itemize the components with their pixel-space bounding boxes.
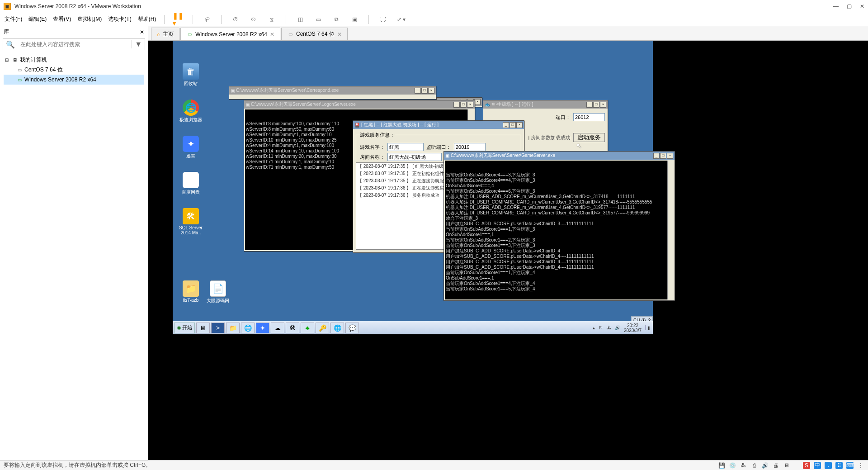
taskbar-xunlei-button[interactable]: ✦	[256, 323, 269, 333]
tab-close-button[interactable]: ✕	[270, 31, 274, 38]
close-button[interactable]: ✕	[860, 3, 864, 9]
minimize-button[interactable]: _	[453, 102, 460, 108]
desktop-icon-source[interactable]: 📄 大眼源码网	[204, 280, 231, 304]
tray-network-icon[interactable]: 🖧	[607, 325, 611, 330]
tray-expand-button[interactable]: ▴	[593, 325, 595, 330]
send-button[interactable]: ⮳	[201, 14, 213, 25]
search-input[interactable]	[18, 41, 132, 47]
window-titlebar[interactable]: ▣ C:\wwwww\永利无毒Server\Server\Correspond.…	[229, 86, 436, 95]
room-input[interactable]	[387, 153, 442, 161]
menu-vm[interactable]: 虚拟机(M)	[77, 15, 102, 23]
tree-item-winserver[interactable]: ▭ Windows Server 2008 R2 x64	[4, 75, 144, 85]
window-correspond[interactable]: ▣ C:\wwwww\永利无毒Server\Server\Correspond.…	[229, 86, 436, 100]
taskbar-explorer-button[interactable]: 🖥	[196, 323, 210, 333]
taskbar-sql-button[interactable]: 🛠	[286, 323, 299, 333]
guest-desktop[interactable]: 🗑 回收站 🌐 极速浏览器 ✦ 迅雷 ☁ 百度网盘 🛠 SQL Ser	[173, 41, 653, 334]
menu-view[interactable]: 查看(V)	[53, 15, 71, 23]
view-unity-button[interactable]: ⧉	[330, 14, 342, 25]
device-net-icon[interactable]: 🖧	[740, 462, 747, 469]
desktop-icon-baidu[interactable]: ☁ 百度网盘	[177, 172, 204, 195]
scrollbar[interactable]	[667, 161, 674, 299]
desktop-icon-sqlserver[interactable]: 🛠 SQL Server 2014 Ma..	[177, 208, 204, 235]
tray-sound-icon[interactable]: 🔊	[615, 325, 620, 330]
device-printer-icon[interactable]: 🖨	[772, 462, 779, 469]
desktop-icon-xunlei[interactable]: ✦ 迅雷	[177, 136, 204, 159]
device-display-icon[interactable]: 🖥	[783, 462, 790, 469]
pause-button[interactable]: ❚❚ ▾	[173, 14, 184, 25]
maximize-button[interactable]: □	[593, 102, 599, 108]
search-dropdown-button[interactable]: ▼	[132, 40, 145, 48]
minimize-button[interactable]: _	[503, 122, 509, 128]
close-button[interactable]: ×	[516, 122, 523, 128]
port-input[interactable]	[573, 113, 605, 121]
maximize-button[interactable]: □	[421, 88, 428, 94]
device-hdd-icon[interactable]: 💾	[718, 462, 725, 469]
tab-centos[interactable]: ▭ CentOS 7 64 位 ✕	[281, 28, 348, 40]
library-close-button[interactable]: ✕	[140, 29, 144, 35]
view-console-button[interactable]: ▣	[349, 14, 360, 25]
minimize-button[interactable]: _	[653, 153, 660, 159]
snapshot-revert-button[interactable]: ⏲	[248, 14, 259, 25]
library-search[interactable]: 🔍 ▼	[3, 38, 145, 50]
snapshot-button[interactable]: ⏱	[230, 14, 241, 25]
taskbar-powershell-button[interactable]: ≥	[211, 323, 225, 333]
snapshot-manager-button[interactable]: ⧖	[266, 14, 278, 25]
taskbar-app4-button[interactable]: 💬	[345, 323, 359, 333]
ime-sogou-icon[interactable]: S	[803, 462, 810, 469]
tree-item-centos[interactable]: ▭ CentOS 7 64 位	[4, 65, 144, 75]
menu-tabs[interactable]: 选项卡(T)	[108, 15, 131, 23]
desktop-icon-recycle[interactable]: 🗑 回收站	[177, 63, 204, 87]
taskbar-baidu-button[interactable]: ☁	[271, 323, 284, 333]
window-titlebar[interactable]: ▣ C:\wwwww\永利无毒Server\Server\LogonServer…	[244, 100, 475, 109]
desktop-icon-iis[interactable]: 📁 iis7-azb	[177, 280, 204, 303]
game-name-input[interactable]	[387, 143, 424, 151]
maximize-button[interactable]: ▢	[847, 3, 852, 9]
taskbar-app1-button[interactable]: ♣	[301, 323, 314, 333]
console-output[interactable]: 当前玩家OnSubAddScore4===3,下注玩家_3当前玩家OnSubAd…	[445, 161, 674, 299]
ime-lang-button[interactable]: 中	[814, 462, 821, 469]
maximize-button[interactable]: □	[509, 122, 516, 128]
minimize-button[interactable]: —	[833, 3, 839, 9]
taskbar-app2-button[interactable]: 🔑	[316, 323, 329, 333]
port-input[interactable]	[454, 143, 486, 151]
tray-flag-icon[interactable]: 🏳	[599, 325, 603, 330]
maximize-button[interactable]: □	[660, 153, 666, 159]
menu-help[interactable]: 帮助(H)	[138, 15, 156, 23]
menu-file[interactable]: 文件(F)	[5, 15, 22, 23]
close-button[interactable]: ×	[474, 99, 481, 105]
show-desktop-button[interactable]: ▮	[645, 325, 650, 330]
collapse-icon[interactable]: ⊟	[4, 57, 10, 63]
view-single-button[interactable]: ▭	[312, 14, 324, 25]
ime-punct-button[interactable]: ，	[825, 462, 832, 469]
close-button[interactable]: ×	[428, 88, 434, 94]
desktop-icon-browser[interactable]: 🌐 极速浏览器	[177, 100, 204, 123]
clock[interactable]: 20:22 2023/3/7	[624, 323, 642, 333]
taskbar-app3-button[interactable]: 🌐	[330, 323, 344, 333]
tab-winserver[interactable]: ▭ Windows Server 2008 R2 x64 ✕	[180, 28, 280, 40]
ime-keyboard-button[interactable]: ⌨	[846, 462, 854, 469]
device-sound-icon[interactable]: 🔊	[761, 462, 769, 469]
close-button[interactable]: ×	[667, 153, 673, 159]
maximize-button[interactable]: □	[460, 102, 467, 108]
tab-home[interactable]: ⌂ 主页	[151, 28, 179, 40]
tab-close-button[interactable]: ✕	[337, 31, 342, 38]
vm-viewport[interactable]: 🗑 回收站 🌐 极速浏览器 ✦ 迅雷 ☁ 百度网盘 🛠 SQL Ser	[148, 41, 868, 460]
tree-root[interactable]: ⊟ 🖥 我的计算机	[4, 55, 144, 65]
window-titlebar[interactable]: 🎴 [ 红黑 ] -- [ 红黑大战-初级场 ] -- [ 运行 ] _ □ ×	[353, 121, 524, 129]
taskbar-folder-button[interactable]: 📁	[226, 323, 240, 333]
stretch-button[interactable]: ⤢ ▾	[395, 14, 407, 25]
window-titlebar[interactable]: ▣ C:\wwwww\永利无毒Server\Server\GameServer.…	[444, 152, 675, 160]
ime-softkb-button[interactable]: ⠿	[835, 462, 843, 469]
fullscreen-button[interactable]: ⛶	[377, 14, 389, 25]
device-usb-icon[interactable]: ⎙	[750, 462, 758, 469]
ime-more-button[interactable]: ⋮	[857, 462, 864, 469]
view-split-button[interactable]: ◫	[294, 14, 306, 25]
minimize-button[interactable]: _	[415, 88, 421, 94]
close-button[interactable]: ×	[467, 102, 473, 108]
minimize-button[interactable]: _	[586, 102, 593, 108]
device-cd-icon[interactable]: 💿	[729, 462, 736, 469]
close-button[interactable]: ×	[600, 102, 606, 108]
window-titlebar[interactable]: 🐟 鱼-中级场 ] -- [ 运行 ] _ □ ×	[483, 100, 608, 109]
start-service-button[interactable]: 启动服务	[573, 133, 605, 142]
menu-edit[interactable]: 编辑(E)	[28, 15, 47, 23]
